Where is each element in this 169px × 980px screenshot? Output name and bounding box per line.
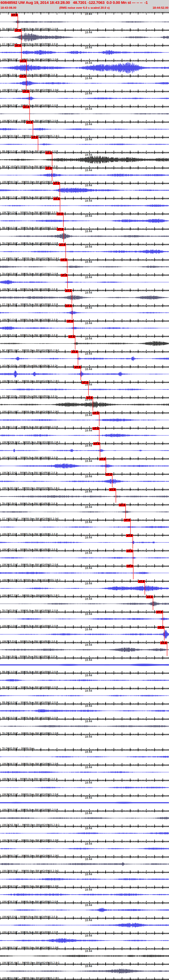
trace-row[interactable]: xT 418:44UW.STAR EHZ -- 99999.0km BW HIG… xyxy=(0,77,169,92)
trace-row[interactable]: xT 418:44PB.B020 EHZ -- 99999.0km BW HIG… xyxy=(0,138,169,153)
trace-row[interactable]: xT 418:44NC.KMPB HHZ -- 99999.0km BW HIG… xyxy=(0,337,169,352)
trace-row[interactable]: 18:44UW.GNW BHZ -- 99999.0km BW HIGHPASS… xyxy=(0,858,169,873)
trace-row[interactable]: 18:44UW.DOSE BHZ -- 99999.0km BW HIGHPAS… xyxy=(0,811,169,827)
trace-row[interactable]: xT 418:44CC.SEP EHZ -- 99999.0km BW HIGH… xyxy=(0,383,169,398)
trace-row[interactable]: xT 418:44UW.SOS EHZ -- 99999.0km BW HIGH… xyxy=(0,321,169,337)
pick-marker[interactable]: xT 4 xyxy=(138,580,145,583)
pick-marker[interactable]: xT 4 xyxy=(11,14,18,16)
pick-marker[interactable]: xT 4 xyxy=(66,320,74,323)
trace-row[interactable]: 18:44UW.CPW EHZ -- 99999.0km BW HIGHPASS… xyxy=(0,796,169,811)
trace-row[interactable]: xT 418:44TA.F04D BHZ -- 99999.0km BW HIG… xyxy=(0,597,169,613)
trace-row[interactable]: xT 418:44UW.HMET EHZ -- 99999.0km BW HIG… xyxy=(0,582,169,597)
trace-row[interactable]: xT 418:44UW.GLDO EHZ -- 99999.0km BW HIG… xyxy=(0,475,169,490)
trace-row[interactable]: xT 418:44UW.NEL EHZ -- 99999.0km BW HIGH… xyxy=(0,61,169,77)
trace-row[interactable]: xT 418:44CC.GIHL BHZ -- 99999.0km BW HIG… xyxy=(0,291,169,307)
trace-row[interactable]: xT 418:44TA.K04D BHZ -- 99999.0km BW HIG… xyxy=(0,260,169,276)
pick-marker[interactable]: xT 4 xyxy=(65,289,72,292)
trace-row[interactable]: xT 418:44UW.NN19 EHZ 01 99999.0km BW HIG… xyxy=(0,566,169,582)
pick-marker[interactable]: xT 4 xyxy=(14,29,22,32)
pick-marker[interactable]: xT 4 xyxy=(99,458,106,460)
trace-row[interactable]: xT 418:44UW.OTR EHZ -- 99999.0km BW HIGH… xyxy=(0,520,169,536)
trace-row[interactable]: 18:44UW.LCW EHZ -- 99999.0km BW HIGHPASS… xyxy=(0,919,169,934)
pick-marker[interactable]: xT 4 xyxy=(109,488,116,491)
pick-marker[interactable]: xT 4 xyxy=(126,550,133,552)
pick-marker[interactable]: xT 4 xyxy=(23,105,30,108)
trace-row[interactable]: 18:44PB.B013 EHZ -- 99999.0km BW HIGHPAS… xyxy=(0,659,169,674)
trace-row[interactable]: 18:44UW.BOW EHZ -- 99999.0km BW HIGHPASS… xyxy=(0,781,169,797)
pick-marker[interactable]: xT 4 xyxy=(19,75,26,78)
pick-marker[interactable]: xT 4 xyxy=(158,626,164,629)
pick-marker[interactable]: xT 4 xyxy=(45,167,52,170)
trace-row[interactable]: 18:44TA.D04D BHZ -- 99999.0km xyxy=(0,735,169,751)
pick-marker[interactable]: xT 4 xyxy=(160,641,167,644)
trace-row[interactable]: xT 418:44UW.GSM EHZ -- 99999.0km BW HIGH… xyxy=(0,92,169,107)
trace-row[interactable]: 18:44UW.SMW EHZ -- 99999.0km BW HIGHPASS… xyxy=(0,934,169,950)
trace-row[interactable]: 18:44UW.WISH BHZ -- 99999.0km BW HIGHPAS… xyxy=(0,965,169,980)
trace-row[interactable]: 18:44UW.HTW EHZ -- 99999.0km BW HIGHPASS… xyxy=(0,888,169,904)
pick-marker[interactable]: xT 4 xyxy=(65,304,72,307)
trace-row[interactable]: 18:44UW.BHW EHZ -- 99999.0km BW HIGHPASS… xyxy=(0,750,169,766)
pick-marker[interactable]: xT 4 xyxy=(22,90,30,93)
trace-row[interactable]: 18:44UW.STOR HHZ -- 99999.0km BW HIGHPAS… xyxy=(0,950,169,965)
pick-marker[interactable]: xT 4 xyxy=(74,366,81,369)
pick-marker[interactable]: xT 4 xyxy=(92,412,100,415)
trace-row[interactable]: xT 418:44TA.E04D BHZ -- 99999.0km BW HIG… xyxy=(0,230,169,245)
trace-row[interactable]: xT 418:44UW.MOON EHZ -- 99999.0km BW HIG… xyxy=(0,429,169,444)
trace-row[interactable]: 18:44PB.B017 EHZ -- 99999.0km BW HIGHPAS… xyxy=(0,674,169,689)
pick-marker[interactable]: xT 4 xyxy=(53,197,60,200)
pick-marker[interactable]: xT 4 xyxy=(119,504,126,506)
pick-marker[interactable]: xT 4 xyxy=(106,473,112,476)
trace-row[interactable]: xT 418:44UW.RRHS EHZ -- 99999.0km BW HIG… xyxy=(0,368,169,383)
pick-marker[interactable]: xT 4 xyxy=(126,565,133,568)
pick-marker[interactable]: xT 4 xyxy=(86,396,93,399)
pick-marker[interactable]: xT 4 xyxy=(146,595,153,598)
trace-row[interactable]: xT 418:44UW.RER EHZ -- 99999.0km BW HIGH… xyxy=(0,628,169,643)
trace-row[interactable]: xT 418:44UO.IRO EHZ -- 99999.0km BW HIGH… xyxy=(0,352,169,368)
trace-row[interactable]: 18:44UW.KOS EHZ -- 99999.0km BW HIGHPASS… xyxy=(0,904,169,919)
trace-row[interactable]: 18:44UW.BLN EHZ -- 99999.0km BW HIGHPASS… xyxy=(0,766,169,781)
trace-row[interactable]: xT 418:44UW.WRW EHZ -- 99999.0km BW HIGH… xyxy=(0,169,169,184)
pick-marker[interactable]: xT 4 xyxy=(156,611,163,614)
pick-marker[interactable]: xT 4 xyxy=(53,182,60,185)
trace-row[interactable]: xT 418:44UW.FMW EHZ -- 99999.0km BW HIGH… xyxy=(0,46,169,61)
trace-row[interactable]: xT 418:44CC.ASBU BHZ -- 99999.0km BW HIG… xyxy=(0,505,169,521)
trace-row[interactable]: xT 418:44UW.PRO EHZ -- 99999.0km BW HIGH… xyxy=(0,306,169,321)
trace-row[interactable]: xT 418:44UO.HUO EHZ -- 99999.0km BW HIGH… xyxy=(0,444,169,460)
trace-row[interactable]: xT 418:44CC.VALT BHZ -- 99999.0km BW HIG… xyxy=(0,31,169,46)
trace-row[interactable]: xT 418:44PB.B941 EHZ -- 99999.0km BW HIG… xyxy=(0,414,169,429)
pick-marker[interactable]: xT 4 xyxy=(61,274,68,277)
pick-marker[interactable]: xT 4 xyxy=(82,381,88,384)
trace-row[interactable]: xT 418:44PB.B004 EHZ -- 99999.0km BW HIG… xyxy=(0,214,169,230)
trace-row[interactable]: 18:44UW.HDW EHZ -- 99999.0km BW HIGHPASS… xyxy=(0,873,169,888)
trace-row[interactable]: xT 418:44TA.I05D BHZ -- 99999.0km BW HIG… xyxy=(0,490,169,505)
trace-row[interactable]: 18:44UW.GMW EHZ -- 99999.0km BW HIGHPASS… xyxy=(0,842,169,858)
trace-row[interactable]: xT 418:44UW.SVOH EHZ -- 99999.0km BW HIG… xyxy=(0,123,169,138)
trace-row[interactable]: xT 4TA.A04D BHZ -- 99999.0km BW HIGHPASS… xyxy=(0,15,169,31)
trace-row[interactable]: xT 418:44UW.VTH EHZ -- 99999.0km BW HIGH… xyxy=(0,536,169,551)
pick-marker[interactable]: xT 4 xyxy=(57,213,63,215)
trace-row[interactable]: 18:44TA.D03D BHZ -- 99999.0km BW HIGHPAS… xyxy=(0,720,169,735)
trace-row[interactable]: xT 418:44UW.RVC EHZ -- 99999.0km BW HIGH… xyxy=(0,276,169,291)
trace-row[interactable]: xT 418:44UW.JEDS BHZ -- 99999.0km BW HIG… xyxy=(0,107,169,123)
pick-marker[interactable]: xT 4 xyxy=(92,427,100,430)
trace-row[interactable]: xT 418:44CC.KWBU EHZ -- 99999.0km BW HIG… xyxy=(0,245,169,261)
pick-marker[interactable]: xT 4 xyxy=(59,243,66,246)
pick-marker[interactable]: xT 4 xyxy=(57,228,64,231)
trace-row[interactable]: xT 418:44UW.DY2 EHZ -- 99999.0km BW HIGH… xyxy=(0,460,169,475)
trace-row[interactable]: 18:44PB.B018 EHZ -- 99999.0km BW HIGHPAS… xyxy=(0,689,169,705)
pick-marker[interactable]: xT 4 xyxy=(26,121,33,124)
trace-row[interactable]: xT 418:44TA.I04A BHZ -- 99999.0km BW HIG… xyxy=(0,643,169,659)
trace-row[interactable]: 18:44UW.GHW EHZ -- 99999.0km BW HIGHPASS… xyxy=(0,827,169,842)
trace-row[interactable]: xT 418:44UW.WHS EHZ -- 99999.0km BW HIGH… xyxy=(0,551,169,567)
trace-row[interactable]: xT 418:44UW.LEBA HHZ -- 99999.0km BW HIG… xyxy=(0,398,169,414)
pick-marker[interactable]: xT 4 xyxy=(14,44,22,47)
pick-marker[interactable]: xT 4 xyxy=(45,151,52,154)
pick-marker[interactable]: xT 4 xyxy=(60,258,67,261)
pick-marker[interactable]: xT 4 xyxy=(124,519,131,522)
pick-marker[interactable]: xT 4 xyxy=(71,350,78,353)
trace-row[interactable]: xT 418:44BK.JCC HHZ 00 99999.0km BW HIGH… xyxy=(0,153,169,169)
pick-marker[interactable]: xT 4 xyxy=(20,60,27,62)
trace-row[interactable]: 18:44PB.B019 EHZ -- 99999.0km BW HIGHPAS… xyxy=(0,704,169,720)
trace-row[interactable]: xT 418:44PB.B031 EHZ -- 99999.0km BW HIG… xyxy=(0,184,169,199)
trace-row[interactable]: xT 418:44UW.TDH EHZ -- 99999.0km BW HIGH… xyxy=(0,199,169,215)
